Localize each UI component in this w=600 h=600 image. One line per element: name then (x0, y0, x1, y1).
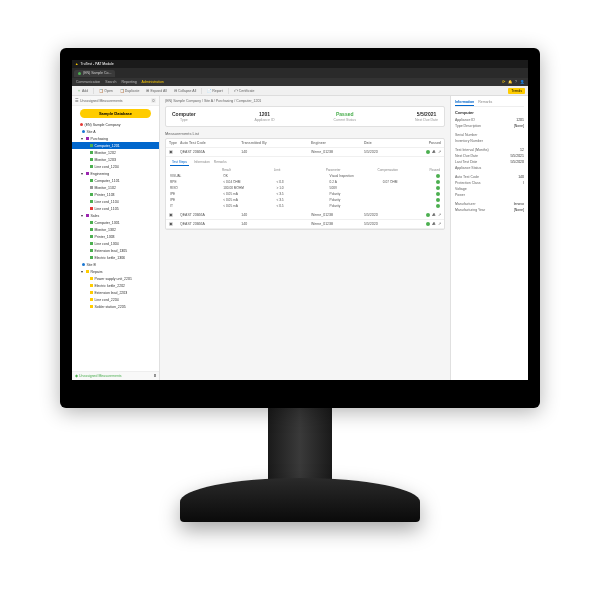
document-tab[interactable]: (EN) Sample Co... (74, 70, 115, 77)
pass-icon (426, 150, 430, 154)
collapse-all-button[interactable]: ⊟Collapse All (172, 89, 198, 93)
share-icon[interactable]: ↗ (438, 150, 441, 154)
warning-icon: ▲ (75, 62, 78, 66)
tree-item[interactable]: Electric kettle_2202 (72, 282, 159, 289)
unassigned-count: 0 (151, 98, 156, 103)
tree-item[interactable]: Line cord_2204 (72, 296, 159, 303)
card-status-value: Passed (333, 111, 356, 117)
tree-item[interactable]: Line cord_1105 (72, 205, 159, 212)
user-icon[interactable]: 👤 (520, 80, 524, 84)
card-type-value: Computer (172, 111, 196, 117)
tab-remarks-inner[interactable]: Remarks (212, 159, 229, 165)
print-icon[interactable]: 🖶 (432, 222, 436, 226)
check-icon (436, 186, 440, 190)
tree-item[interactable]: ▾Sales (72, 212, 159, 219)
tree-item[interactable]: Site B (72, 261, 159, 268)
tree-item[interactable]: Computer_1301 (72, 219, 159, 226)
tree-view: (EN) Sample CompanySite A▾PurchasingComp… (72, 121, 159, 371)
toolbar: ＋Add 📋Open 📋Duplicate ⊞Expand All ⊟Colla… (72, 86, 528, 96)
tree-item[interactable]: Monitor_1102 (72, 184, 159, 191)
list-row[interactable]: ▣QEAST 20666A140Werne_012385/5/2020🖶↗ (166, 148, 444, 157)
measurements-list: Type Auto Test Code Transmitted By Engin… (165, 138, 445, 230)
trends-button[interactable]: Trends (508, 88, 525, 94)
tree-item[interactable]: Computer_1101 (72, 177, 159, 184)
tree-item[interactable]: Line cord_1104 (72, 198, 159, 205)
menu-administration[interactable]: Administration (142, 80, 164, 84)
status-dot-icon (78, 72, 81, 75)
menu-communication[interactable]: Communication (76, 80, 100, 84)
share-icon[interactable]: ↗ (438, 222, 441, 226)
list-row[interactable]: ▣QEAST 20666A140Werne_012385/5/2020🖶↗ (166, 211, 444, 220)
expanded-test-steps: Test StepsInformationRemarksResultLimitP… (166, 157, 444, 211)
tree-item[interactable]: (EN) Sample Company (72, 121, 159, 128)
breadcrumb[interactable]: (EN) Sample Company / Site A / Purchasin… (165, 99, 445, 103)
pass-icon (426, 222, 430, 226)
app-title: TruTest - PAT Module (80, 62, 113, 66)
expand-all-button[interactable]: ⊞Expand All (144, 89, 169, 93)
tree-item[interactable]: Monitor_1203 (72, 156, 159, 163)
tree-item[interactable]: Computer_1201 (72, 142, 159, 149)
check-icon (436, 198, 440, 202)
menu-search[interactable]: Search (105, 80, 116, 84)
menu-reporting[interactable]: Reporting (121, 80, 136, 84)
tree-item[interactable]: Printer_1103 (72, 191, 159, 198)
add-button[interactable]: ＋Add (75, 89, 90, 93)
window-titlebar: ▲ TruTest - PAT Module (72, 60, 528, 68)
footer-count: 0 (154, 374, 156, 378)
card-id-value: 1201 (255, 111, 275, 117)
certificate-button[interactable]: 🏷Certificate (232, 89, 257, 93)
share-icon[interactable]: ↗ (438, 213, 441, 217)
tab-remarks[interactable]: Remarks (478, 99, 492, 106)
tree-item[interactable]: Line cord_1204 (72, 163, 159, 170)
tree-item[interactable]: ▾Repairs (72, 268, 159, 275)
unassigned-header[interactable]: ☰ Unassigned Measurements 0 (72, 96, 159, 106)
card-due-value: 5/5/2021 (415, 111, 438, 117)
duplicate-button[interactable]: 📋Duplicate (118, 89, 142, 93)
measurements-list-title: Measurements List (165, 131, 445, 136)
check-icon (436, 180, 440, 184)
tree-item[interactable]: Solder station_2205 (72, 303, 159, 310)
tree-item[interactable]: Printer_1303 (72, 233, 159, 240)
tab-information[interactable]: Information (455, 99, 474, 106)
tree-item[interactable]: ▾Purchasing (72, 135, 159, 142)
tree-item[interactable]: Line cord_1304 (72, 240, 159, 247)
info-panel: Information Remarks Computer Appliance I… (450, 96, 528, 380)
tab-bar: (EN) Sample Co... (72, 68, 528, 78)
sidebar: ☰ Unassigned Measurements 0 Sample Datab… (72, 96, 160, 380)
tree-item[interactable]: Power supply unit_2201 (72, 275, 159, 282)
help-icon[interactable]: ? (515, 80, 517, 84)
sidebar-footer[interactable]: ◆ Unassigned Measurements 0 (72, 371, 159, 380)
print-icon[interactable]: 🖶 (432, 150, 436, 154)
tree-item[interactable]: Site A (72, 128, 159, 135)
tree-item[interactable]: Monitor_1202 (72, 149, 159, 156)
info-section-title: Computer (455, 110, 524, 115)
tab-test-steps[interactable]: Test Steps (170, 159, 189, 166)
check-icon (436, 204, 440, 208)
check-icon (436, 174, 440, 178)
report-button[interactable]: 📄Report (205, 89, 225, 93)
list-header: Type Auto Test Code Transmitted By Engin… (166, 139, 444, 148)
tree-item[interactable]: ▾Engineering (72, 170, 159, 177)
check-icon (436, 192, 440, 196)
pass-icon (426, 213, 430, 217)
print-icon[interactable]: 🖶 (432, 213, 436, 217)
tree-item[interactable]: Monitor_1302 (72, 226, 159, 233)
tree-item[interactable]: Extension lead_2203 (72, 289, 159, 296)
tree-item[interactable]: Extension lead_1305 (72, 247, 159, 254)
database-badge: Sample Database (80, 109, 151, 118)
list-row[interactable]: ▣QEAST 20666A140Werne_012385/5/2020🖶↗ (166, 220, 444, 229)
bell-icon[interactable]: 🔔 (508, 80, 512, 84)
tab-info-inner[interactable]: Information (192, 159, 212, 165)
sync-icon[interactable]: ⟳ (502, 80, 505, 84)
open-button[interactable]: 📋Open (97, 89, 115, 93)
summary-card: ComputerType 1201Appliance ID PassedCurr… (165, 106, 445, 127)
tree-item[interactable]: Electric kettle_1306 (72, 254, 159, 261)
menu-bar: Communication Search Reporting Administr… (72, 78, 528, 86)
test-step-row: IT< 0.05 mA< 0.5Polarity (170, 203, 440, 209)
tab-title: (EN) Sample Co... (83, 71, 111, 75)
